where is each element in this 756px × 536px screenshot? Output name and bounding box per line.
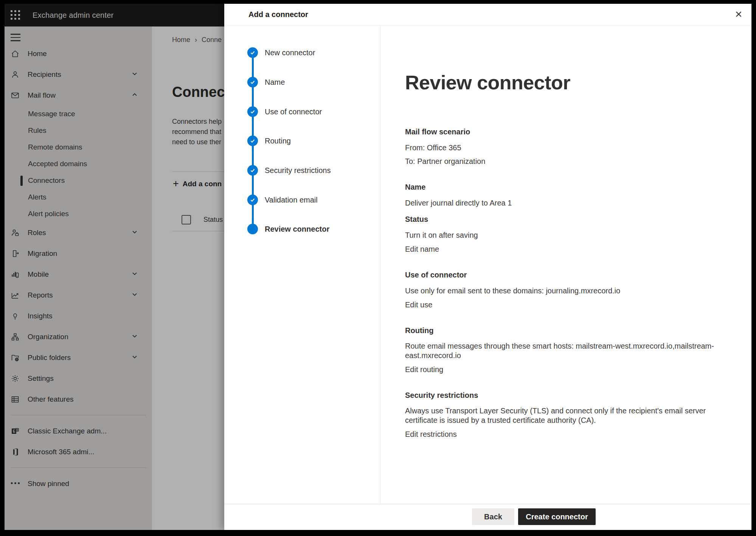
mail-flow-to-value: To: Partner organization bbox=[405, 156, 751, 166]
hamburger-menu-icon[interactable] bbox=[11, 32, 22, 43]
sidebar-item-label: Show pinned bbox=[28, 480, 69, 488]
use-of-connector-value: Use only for email sent to these domains… bbox=[405, 286, 751, 296]
section-heading-security-restrictions: Security restrictions bbox=[405, 390, 751, 400]
selected-indicator bbox=[20, 176, 23, 186]
classic-exchange-icon: E bbox=[11, 427, 20, 436]
microsoft-365-icon bbox=[11, 447, 20, 457]
sidebar-item-label: Recipients bbox=[28, 70, 61, 79]
sidebar-item-insights[interactable]: Insights bbox=[5, 305, 152, 326]
sidebar-item-label: Alert policies bbox=[28, 210, 69, 218]
create-connector-button[interactable]: Create connector bbox=[518, 508, 596, 525]
sidebar-item-label: Roles bbox=[28, 229, 46, 237]
sidebar-item-other-features[interactable]: Other features bbox=[5, 389, 152, 410]
chevron-down-icon bbox=[131, 229, 138, 237]
step-review-connector[interactable]: Review connector bbox=[224, 224, 380, 234]
add-connector-panel: Add a connector × New connector Name bbox=[224, 4, 751, 530]
step-completed-icon bbox=[247, 77, 258, 87]
chevron-up-icon bbox=[131, 91, 138, 100]
ellipsis-icon: ••• bbox=[11, 480, 20, 488]
sidebar-item-mobile[interactable]: Mobile bbox=[5, 264, 152, 285]
roles-icon bbox=[11, 228, 20, 237]
chevron-down-icon bbox=[131, 354, 138, 362]
edit-name-link[interactable]: Edit name bbox=[405, 244, 439, 254]
lightbulb-icon bbox=[11, 312, 20, 321]
step-name[interactable]: Name bbox=[224, 77, 380, 87]
chevron-down-icon bbox=[131, 70, 138, 79]
folder-globe-icon bbox=[11, 353, 20, 362]
step-security-restrictions[interactable]: Security restrictions bbox=[224, 165, 380, 176]
sidebar-item-organization[interactable]: Organization bbox=[5, 326, 152, 347]
section-heading-use-of-connector: Use of connector bbox=[405, 270, 751, 280]
sidebar-item-connectors[interactable]: Connectors bbox=[5, 172, 152, 189]
step-use-of-connector[interactable]: Use of connector bbox=[224, 106, 380, 117]
edit-routing-link[interactable]: Edit routing bbox=[405, 365, 443, 374]
app-title: Exchange admin center bbox=[33, 11, 113, 20]
sidebar-item-public-folders[interactable]: Public folders bbox=[5, 347, 152, 368]
sidebar-item-label: Reports bbox=[28, 291, 53, 299]
sidebar-item-classic-exchange-admin[interactable]: E Classic Exchange adm... bbox=[5, 421, 152, 441]
sidebar-item-label: Mail flow bbox=[28, 91, 56, 100]
review-connector-content: Review connector Mail flow scenario From… bbox=[380, 26, 751, 504]
sidebar-item-label: Settings bbox=[28, 374, 54, 383]
step-new-connector[interactable]: New connector bbox=[224, 47, 380, 58]
chevron-down-icon bbox=[131, 291, 138, 299]
sidebar-item-alerts[interactable]: Alerts bbox=[5, 189, 152, 206]
panel-footer: Back Create connector bbox=[224, 504, 751, 530]
security-restrictions-value: Always use Transport Layer Security (TLS… bbox=[405, 406, 751, 425]
sidebar-item-settings[interactable]: Settings bbox=[5, 368, 152, 389]
select-all-checkbox[interactable] bbox=[182, 215, 191, 224]
person-icon bbox=[11, 70, 20, 79]
sidebar-item-alert-policies[interactable]: Alert policies bbox=[5, 206, 152, 222]
chevron-down-icon bbox=[131, 333, 138, 341]
sidebar-item-migration[interactable]: Migration bbox=[5, 243, 152, 264]
section-heading-mail-flow-scenario: Mail flow scenario bbox=[405, 127, 751, 137]
sidebar-item-message-trace[interactable]: Message trace bbox=[5, 106, 152, 122]
review-heading: Review connector bbox=[405, 71, 751, 94]
home-icon bbox=[11, 49, 20, 58]
sidebar-item-label: Connectors bbox=[28, 176, 65, 185]
section-heading-routing: Routing bbox=[405, 326, 751, 335]
gear-icon bbox=[11, 374, 20, 383]
step-completed-icon bbox=[247, 106, 258, 117]
sidebar-item-mail-flow[interactable]: Mail flow bbox=[5, 85, 152, 106]
status-value: Turn it on after saving bbox=[405, 230, 751, 240]
sidebar-item-reports[interactable]: Reports bbox=[5, 285, 152, 305]
edit-use-link[interactable]: Edit use bbox=[405, 300, 432, 310]
step-validation-email[interactable]: Validation email bbox=[224, 195, 380, 205]
plus-icon: + bbox=[173, 178, 179, 190]
sidebar-item-roles[interactable]: Roles bbox=[5, 222, 152, 243]
section-heading-status: Status bbox=[405, 214, 751, 224]
sidebar-item-label: Alerts bbox=[28, 193, 47, 201]
sidebar-item-rules[interactable]: Rules bbox=[5, 122, 152, 139]
mobile-icon bbox=[11, 270, 20, 279]
back-button[interactable]: Back bbox=[472, 508, 514, 525]
step-completed-icon bbox=[247, 195, 258, 205]
sidebar-item-label: Public folders bbox=[28, 354, 71, 362]
wizard-stepper: New connector Name Use of connector Rout… bbox=[224, 26, 380, 530]
close-icon[interactable]: × bbox=[730, 6, 747, 22]
step-completed-icon bbox=[247, 47, 258, 58]
sidebar-item-show-pinned[interactable]: ••• Show pinned bbox=[5, 473, 152, 494]
panel-title: Add a connector bbox=[248, 10, 308, 19]
sidebar-item-home[interactable]: Home bbox=[5, 43, 152, 64]
breadcrumb-home-link[interactable]: Home bbox=[172, 36, 190, 44]
sidebar-item-accepted-domains[interactable]: Accepted domains bbox=[5, 156, 152, 172]
step-routing[interactable]: Routing bbox=[224, 136, 380, 146]
sidebar-item-label: Insights bbox=[28, 312, 52, 320]
add-connector-button[interactable]: + Add a conn bbox=[173, 178, 222, 190]
sidebar-item-label: Message trace bbox=[28, 110, 75, 118]
page-title: Connect bbox=[172, 84, 230, 100]
step-completed-icon bbox=[247, 165, 258, 176]
breadcrumb: Home › Conne bbox=[172, 36, 222, 44]
line-chart-icon bbox=[11, 291, 20, 300]
svg-text:E: E bbox=[13, 429, 16, 433]
sidebar-item-microsoft-365-admin[interactable]: Microsoft 365 admi... bbox=[5, 441, 152, 462]
sidebar-item-recipients[interactable]: Recipients bbox=[5, 64, 152, 85]
edit-restrictions-link[interactable]: Edit restrictions bbox=[405, 429, 457, 439]
panel-header: Add a connector × bbox=[224, 4, 751, 26]
org-tree-icon bbox=[11, 332, 20, 341]
app-window: Exchange admin center Home Recipients Ma… bbox=[5, 4, 751, 530]
app-launcher-waffle-icon[interactable] bbox=[11, 10, 20, 20]
sidebar-item-label: Classic Exchange adm... bbox=[28, 427, 107, 435]
sidebar-item-remote-domains[interactable]: Remote domains bbox=[5, 139, 152, 156]
